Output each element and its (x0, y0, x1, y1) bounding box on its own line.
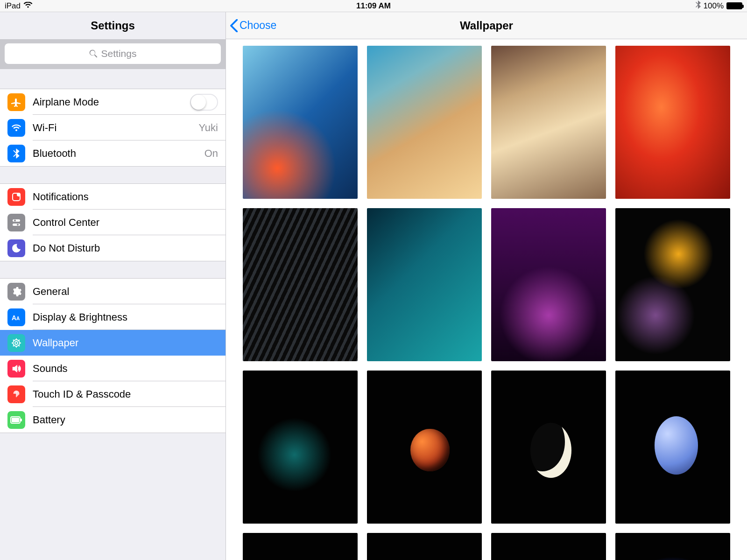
sidebar-item-notifications[interactable]: Notifications (0, 184, 226, 210)
back-button[interactable]: Choose (230, 19, 276, 32)
sidebar-item-label: Airplane Mode (33, 96, 190, 108)
content-navbar: Choose Wallpaper (226, 12, 747, 39)
svg-text:A: A (16, 316, 20, 321)
wallpaper-thumb-crescent-moon[interactable] (491, 371, 606, 524)
status-time: 11:09 AM (356, 1, 391, 11)
sidebar-item-label: Touch ID & Passcode (33, 388, 218, 400)
moon-icon (7, 239, 25, 257)
sidebar-item-control-center[interactable]: Control Center (0, 210, 226, 235)
sidebar-item-label: Wi-Fi (33, 122, 198, 134)
battery-pct: 100% (704, 1, 724, 11)
sidebar-item-value: On (204, 147, 218, 160)
sidebar-item-label: Do Not Disturb (33, 242, 218, 254)
svg-rect-12 (21, 419, 22, 421)
sidebar-item-dnd[interactable]: Do Not Disturb (0, 235, 226, 261)
wallpaper-thumb-desert-dunes[interactable] (491, 46, 606, 199)
wallpaper-thumb-teal-feathers[interactable] (367, 208, 482, 361)
sidebar-item-wallpaper[interactable]: Wallpaper (0, 330, 226, 356)
battery-icon (726, 2, 742, 9)
settings-sidebar: Settings Settings Airplane ModeWi-FiYuki… (0, 12, 226, 560)
wallpaper-thumb-ink-burst-green[interactable] (491, 533, 606, 560)
sidebar-item-airplane[interactable]: Airplane Mode (0, 89, 226, 115)
sidebar-item-label: General (33, 286, 218, 298)
wallpaper-thumb-red-feathers[interactable] (615, 46, 730, 199)
airplane-icon (7, 93, 25, 111)
svg-point-4 (14, 219, 16, 221)
sidebar-item-bluetooth[interactable]: BluetoothOn (0, 140, 226, 166)
bluetooth-status-icon (696, 0, 701, 11)
search-input[interactable]: Settings (5, 43, 221, 64)
sidebar-item-touchid[interactable]: Touch ID & Passcode (0, 381, 226, 407)
wallpaper-thumb-neptune-planet[interactable] (615, 371, 730, 524)
wallpaper-thumb-abstract-blue-orange[interactable] (243, 46, 358, 199)
svg-text:A: A (12, 314, 16, 322)
wallpaper-thumb-blue-sphere[interactable] (615, 533, 730, 560)
sidebar-item-label: Battery (33, 414, 218, 426)
sidebar-item-wifi[interactable]: Wi-FiYuki (0, 115, 226, 140)
svg-point-8 (15, 342, 18, 344)
gear-icon (7, 283, 25, 301)
wifi-status-icon (23, 1, 33, 11)
wallpaper-thumb-purple-feather[interactable] (491, 208, 606, 361)
sidebar-item-label: Display & Brightness (33, 311, 218, 323)
sidebar-item-value: Yuki (198, 122, 218, 134)
control-center-icon (7, 214, 25, 231)
fingerprint-icon (7, 385, 25, 403)
wifi-icon (7, 119, 25, 137)
svg-point-9 (13, 340, 20, 346)
status-bar: iPad 11:09 AM 100% (0, 0, 747, 12)
search-icon (89, 49, 98, 58)
sidebar-item-label: Control Center (33, 217, 218, 229)
wallpaper-icon (7, 334, 25, 352)
wallpaper-thumb-mars-planet[interactable] (367, 371, 482, 524)
sidebar-item-sounds[interactable]: Sounds (0, 356, 226, 381)
wallpaper-thumb-dark-leaf[interactable] (243, 371, 358, 524)
svg-point-1 (17, 193, 21, 196)
toggle-airplane[interactable] (190, 94, 218, 111)
speaker-icon (7, 360, 25, 378)
sidebar-item-label: Notifications (33, 191, 218, 203)
wallpaper-thumb-ink-burst-pink[interactable] (243, 533, 358, 560)
chevron-left-icon (230, 19, 238, 32)
battery-icon (7, 411, 25, 429)
wallpaper-thumb-dark-wing[interactable] (243, 208, 358, 361)
wallpaper-thumb-abstract-teal-sand[interactable] (367, 46, 482, 199)
sidebar-item-general[interactable]: General (0, 279, 226, 304)
svg-point-5 (17, 224, 19, 225)
text-size-icon: AA (7, 308, 25, 326)
content-title: Wallpaper (460, 19, 513, 32)
wallpaper-grid (243, 46, 730, 560)
sidebar-item-label: Bluetooth (33, 147, 204, 160)
device-label: iPad (5, 1, 21, 11)
wallpaper-thumb-ink-burst-rainbow[interactable] (367, 533, 482, 560)
svg-rect-11 (12, 418, 19, 422)
wallpaper-thumb-yellow-flowers-dark[interactable] (615, 208, 730, 361)
sidebar-title: Settings (91, 19, 135, 32)
sidebar-item-display[interactable]: AADisplay & Brightness (0, 304, 226, 330)
search-placeholder: Settings (101, 48, 137, 59)
back-label: Choose (240, 19, 276, 32)
sidebar-item-battery[interactable]: Battery (0, 407, 226, 433)
sidebar-item-label: Wallpaper (33, 337, 218, 349)
svg-rect-3 (13, 224, 20, 226)
notifications-icon (7, 188, 25, 206)
bluetooth-icon (7, 145, 25, 162)
sidebar-item-label: Sounds (33, 363, 218, 375)
wallpaper-panel: Choose Wallpaper (226, 12, 747, 560)
svg-rect-2 (13, 219, 20, 222)
sidebar-navbar: Settings (0, 12, 226, 39)
